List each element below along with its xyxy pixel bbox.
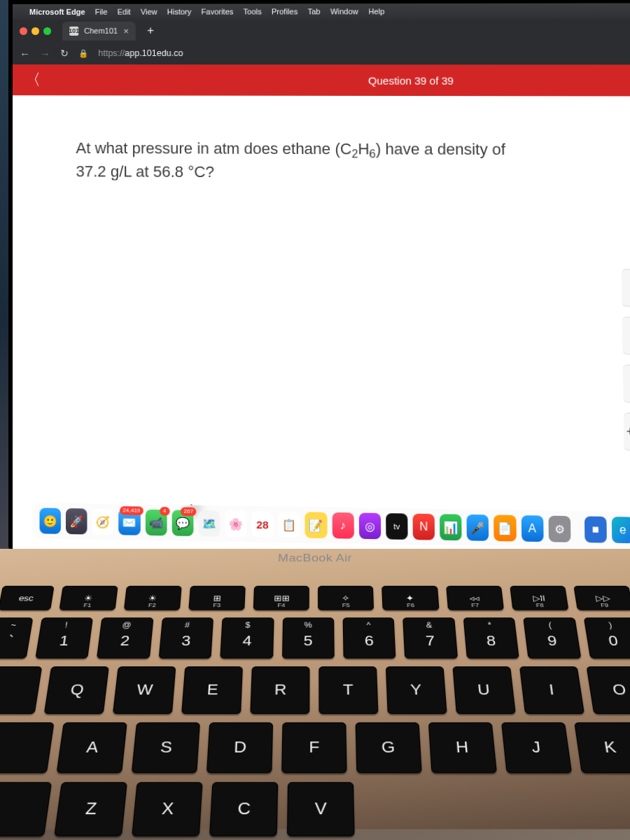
dock-facetime-icon[interactable]: 📹 4	[145, 510, 167, 536]
menubar-item[interactable]: Profiles	[272, 7, 298, 15]
tab-close-icon[interactable]: ×	[123, 25, 129, 36]
keyboard-key: ⊞⊞F4	[253, 586, 309, 610]
keyboard-key: H	[428, 722, 497, 773]
browser-toolbar: ← → ↻ 🔒 https://app.101edu.co	[13, 42, 630, 65]
dock-photos-icon[interactable]: 🌸	[225, 511, 246, 538]
keyboard-key: &7	[403, 617, 458, 658]
dock-maps-icon[interactable]: 🗺️	[198, 510, 220, 537]
dock-separator	[577, 517, 578, 541]
dock-safari-icon[interactable]: 🧭	[92, 509, 114, 535]
dock-messages-icon[interactable]: 💬 267	[172, 510, 193, 536]
keyboard-key: W	[113, 666, 176, 714]
messages-badge: 267	[181, 507, 196, 515]
dock-zoom-icon[interactable]: ■	[584, 516, 607, 542]
question-text: At what pressure in atm does ethane (C2H…	[76, 138, 534, 184]
tab-title: Chem101	[84, 27, 118, 35]
menubar-item[interactable]: File	[95, 8, 108, 16]
keyboard-key: V	[287, 782, 355, 836]
keyboard-key: @2	[97, 617, 153, 658]
dock-finder-icon[interactable]: 🙂	[39, 507, 61, 533]
keyboard-key: ~`	[0, 617, 33, 658]
keyboard-key: ▷IIF8	[510, 586, 568, 610]
nav-reload-button[interactable]: ↻	[60, 48, 69, 59]
keyboard-key	[0, 722, 55, 773]
keyboard-key: ✧F5	[318, 586, 374, 610]
new-tab-button[interactable]: +	[143, 24, 158, 38]
macos-menubar: Microsoft Edge File Edit View History Fa…	[13, 3, 630, 20]
physical-keyboard: esc☀︎F1☀F2⊞F3⊞⊞F4✧F5✦F6◃◃F7▷IIF8▷▷F9 ~`!…	[0, 586, 630, 836]
facetime-badge: 4	[160, 507, 169, 515]
keyboard-key: O	[587, 666, 630, 714]
url-protocol: https://	[98, 48, 125, 58]
keyboard-key: A	[57, 722, 127, 773]
url-host: app.101edu.co	[125, 48, 183, 58]
keyboard-key: D	[206, 722, 273, 773]
keyboard-key: G	[356, 722, 422, 773]
window-zoom-button[interactable]	[43, 27, 51, 34]
dock-appstore-icon[interactable]: A	[521, 515, 543, 542]
keyboard-key: R	[250, 666, 309, 714]
keyboard-key: C	[209, 782, 278, 836]
keyboard-key: ☀︎F1	[59, 586, 118, 610]
dock-launchpad-icon[interactable]: 🚀	[66, 508, 88, 534]
keyboard-key: ^6	[343, 617, 396, 658]
answer-keypad: 1 4 7 +/−	[622, 269, 630, 451]
menubar-item[interactable]: Window	[330, 7, 358, 15]
keypad-button-7[interactable]: 7	[623, 365, 630, 402]
keypad-button-4[interactable]: 4	[622, 317, 630, 355]
question-page: At what pressure in atm does ethane (C2H…	[13, 95, 630, 562]
menubar-item[interactable]: Edit	[118, 8, 131, 16]
dock-pages-icon[interactable]: 📄	[493, 515, 516, 542]
keyboard-key: ☀F2	[124, 586, 182, 610]
keyboard-key	[0, 782, 52, 836]
nav-forward-button[interactable]: →	[40, 48, 50, 59]
keyboard-key: Z	[54, 782, 127, 836]
browser-tab[interactable]: 101 Chem101 ×	[62, 21, 136, 40]
keyboard-key: esc	[0, 586, 54, 610]
app-header: 〈 Question 39 of 39	[13, 64, 630, 96]
keyboard-key: ◃◃F7	[446, 586, 504, 610]
keyboard-key: ✦F6	[382, 586, 440, 610]
dock-reminders-icon[interactable]: 📋	[279, 512, 300, 538]
keyboard-key: #3	[158, 617, 214, 658]
tab-favicon: 101	[69, 26, 78, 35]
dock-mail-icon[interactable]: ✉️ 24,419	[119, 509, 141, 535]
dock-podcasts-icon[interactable]: ◎	[359, 513, 382, 540]
nav-back-button[interactable]: ←	[20, 48, 30, 59]
laptop-deck: MacBook Air esc☀︎F1☀F2⊞F3⊞⊞F4✧F5✦F6◃◃F7▷…	[0, 549, 630, 829]
dock-music-icon[interactable]: ♪	[332, 512, 354, 539]
keyboard-key: !1	[35, 617, 93, 658]
menubar-item[interactable]: View	[141, 8, 158, 16]
url-bar[interactable]: https://app.101edu.co	[98, 48, 183, 58]
keyboard-key: T	[318, 666, 378, 714]
lock-icon: 🔒	[78, 49, 88, 58]
keypad-button-1[interactable]: 1	[622, 269, 630, 307]
question-progress: Question 39 of 39	[368, 74, 454, 86]
dock-news-icon[interactable]: N	[413, 514, 435, 540]
window-close-button[interactable]	[20, 27, 27, 34]
menubar-app-name[interactable]: Microsoft Edge	[29, 8, 85, 16]
dock-tv-icon[interactable]: tv	[386, 513, 408, 540]
menubar-item[interactable]: Help	[368, 7, 384, 15]
dock-calendar-icon[interactable]: 28	[251, 511, 273, 538]
keyboard-key: X	[132, 782, 202, 836]
menubar-item[interactable]: History	[167, 8, 192, 16]
keyboard-key: E	[181, 666, 243, 714]
keyboard-key: F	[281, 722, 346, 773]
keyboard-key: K	[574, 722, 630, 773]
keypad-button-sign[interactable]: +/−	[624, 412, 630, 451]
dock-settings-icon[interactable]: ⚙︎	[548, 516, 570, 542]
dock-notes-icon[interactable]: 📝	[305, 512, 327, 538]
menubar-item[interactable]: Tab	[307, 7, 320, 15]
keyboard-key: ▷▷F9	[573, 586, 630, 610]
dock-edge-icon[interactable]: e	[612, 517, 630, 543]
menubar-item[interactable]: Favorites	[202, 7, 234, 15]
menubar-item[interactable]: Tools	[244, 7, 262, 15]
keyboard-key: Q	[44, 666, 109, 714]
window-minimize-button[interactable]	[31, 27, 39, 34]
dock-keynote-icon[interactable]: 🎤	[467, 514, 489, 541]
header-back-button[interactable]: 〈	[25, 69, 41, 90]
dock-numbers-icon[interactable]: 📊	[440, 514, 462, 540]
keyboard-key: %5	[281, 617, 334, 658]
keyboard-key: S	[132, 722, 200, 773]
